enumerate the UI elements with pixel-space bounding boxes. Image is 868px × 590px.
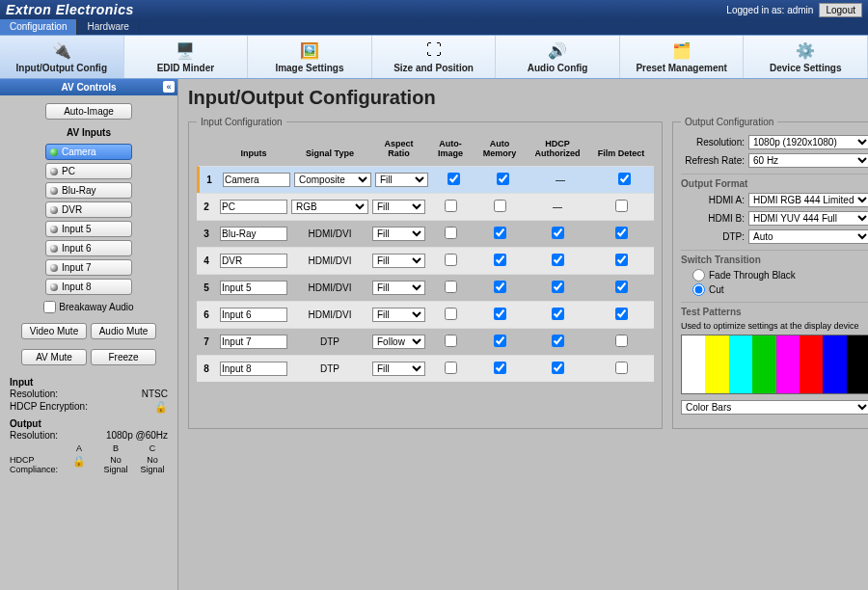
auto-image-check[interactable]	[445, 227, 457, 239]
input-row-8[interactable]: 8DTPFill	[197, 355, 654, 382]
film-detect-check[interactable]	[615, 308, 628, 320]
test-pattern-select[interactable]: Color Bars	[681, 400, 868, 415]
film-detect-check[interactable]	[615, 335, 628, 347]
auto-image-button[interactable]: Auto-Image	[45, 103, 132, 120]
auto-image-check[interactable]	[445, 362, 457, 374]
film-detect-check[interactable]	[615, 362, 628, 374]
brand-logo: Extron Electronics	[6, 2, 134, 17]
hdcp-check[interactable]	[552, 308, 564, 320]
hdcp-check[interactable]	[552, 254, 564, 266]
nav-device[interactable]: ⚙️Device Settings	[744, 36, 868, 78]
refresh-rate-select[interactable]: 60 Hz	[748, 153, 868, 168]
signal-type-text: HDMI/DVI	[291, 309, 368, 320]
cut-radio[interactable]: Cut	[692, 283, 868, 296]
av-input-input7[interactable]: Input 7	[45, 259, 132, 276]
av-input-camera[interactable]: Camera	[45, 144, 132, 160]
input-resolution: NTSC	[142, 389, 168, 399]
hdcp-check[interactable]	[552, 281, 564, 293]
input-name-field[interactable]	[220, 308, 287, 322]
page-title: Input/Output Configuration	[188, 87, 858, 109]
input-name-field[interactable]	[220, 335, 287, 349]
dtp-select[interactable]: Auto	[748, 229, 868, 244]
film-detect-check[interactable]	[615, 254, 628, 266]
aspect-select[interactable]: Fill	[372, 227, 425, 241]
hdmi-b-select[interactable]: HDMI YUV 444 Full	[748, 211, 868, 226]
auto-memory-check[interactable]	[494, 254, 506, 266]
nav-preset[interactable]: 🗂️Preset Management	[620, 36, 745, 78]
av-input-input6[interactable]: Input 6	[45, 240, 132, 256]
av-mute-button[interactable]: AV Mute	[21, 349, 87, 365]
tab-configuration[interactable]: Configuration	[0, 19, 77, 35]
auto-memory-check[interactable]	[494, 308, 506, 320]
breakaway-audio-check[interactable]: Breakaway Audio	[43, 301, 133, 313]
collapse-icon[interactable]: «	[163, 81, 175, 93]
auto-memory-check[interactable]	[494, 335, 506, 347]
aspect-select[interactable]: Fill	[372, 308, 425, 322]
input-row-6[interactable]: 6HDMI/DVIFill	[197, 301, 654, 328]
signal-type-select[interactable]: RGB	[291, 200, 368, 214]
film-detect-check[interactable]	[615, 281, 628, 293]
auto-image-check[interactable]	[445, 335, 457, 347]
av-inputs-label: AV Inputs	[67, 127, 111, 138]
auto-memory-check[interactable]	[494, 200, 506, 212]
auto-image-check[interactable]	[445, 254, 457, 266]
input-name-field[interactable]	[220, 227, 287, 241]
input-row-4[interactable]: 4HDMI/DVIFill	[197, 247, 654, 274]
input-name-field[interactable]	[223, 173, 290, 187]
film-detect-check[interactable]	[618, 173, 631, 185]
av-input-pc[interactable]: PC	[45, 163, 132, 179]
auto-memory-check[interactable]	[494, 281, 506, 293]
nav-image[interactable]: 🖼️Image Settings	[248, 36, 372, 78]
aspect-select[interactable]: Fill	[372, 362, 425, 376]
monitor-icon: 🖥️	[124, 40, 248, 61]
hdcp-check[interactable]	[552, 362, 564, 374]
nav-size[interactable]: ⛶Size and Position	[372, 36, 497, 78]
film-detect-check[interactable]	[615, 200, 628, 212]
signal-type-select[interactable]: Composite	[294, 173, 371, 187]
aspect-select[interactable]: Fill	[372, 200, 425, 214]
auto-image-check[interactable]	[448, 173, 460, 185]
aspect-select[interactable]: Follow	[372, 335, 425, 349]
input-name-field[interactable]	[220, 362, 287, 376]
auto-memory-check[interactable]	[494, 227, 506, 239]
input-row-3[interactable]: 3HDMI/DVIFill	[197, 220, 654, 247]
aspect-select[interactable]: Fill	[372, 254, 425, 268]
av-controls-title: AV Controls	[61, 82, 116, 93]
input-name-field[interactable]	[220, 254, 287, 268]
resolution-select[interactable]: 1080p (1920x1080)	[748, 135, 868, 149]
input-name-field[interactable]	[220, 200, 287, 214]
fade-radio[interactable]: Fade Through Black	[692, 269, 868, 282]
av-input-input8[interactable]: Input 8	[45, 279, 132, 295]
hdcp-c: No Signal	[137, 455, 168, 474]
nav-io-config[interactable]: 🔌Input/Output Config	[0, 36, 124, 78]
nav-edid[interactable]: 🖥️EDID Minder	[124, 36, 249, 78]
auto-image-check[interactable]	[445, 281, 457, 293]
hdcp-check[interactable]	[552, 335, 564, 347]
aspect-select[interactable]: Fill	[375, 173, 428, 187]
status-dot-icon	[50, 264, 58, 272]
signal-type-text: DTP	[291, 363, 368, 374]
unlock-icon: 🔓	[154, 401, 168, 414]
hdmi-a-select[interactable]: HDMI RGB 444 Limited	[748, 193, 868, 207]
auto-memory-check[interactable]	[494, 362, 506, 374]
tab-hardware[interactable]: Hardware	[77, 19, 139, 35]
input-row-7[interactable]: 7DTPFollow	[197, 328, 654, 355]
aspect-select[interactable]: Fill	[372, 281, 425, 295]
av-input-input5[interactable]: Input 5	[45, 221, 132, 237]
input-row-5[interactable]: 5HDMI/DVIFill	[197, 274, 654, 301]
nav-audio[interactable]: 🔊Audio Config	[496, 36, 620, 78]
logout-button[interactable]: Logout	[819, 3, 862, 17]
film-detect-check[interactable]	[615, 227, 628, 239]
input-name-field[interactable]	[220, 281, 287, 295]
av-input-blu-ray[interactable]: Blu-Ray	[45, 182, 132, 199]
auto-image-check[interactable]	[445, 308, 457, 320]
auto-image-check[interactable]	[445, 200, 457, 212]
audio-mute-button[interactable]: Audio Mute	[91, 323, 156, 339]
input-row-1[interactable]: 1CompositeFill—	[197, 166, 654, 193]
auto-memory-check[interactable]	[497, 173, 509, 185]
freeze-button[interactable]: Freeze	[91, 349, 156, 365]
input-row-2[interactable]: 2RGBFill—	[197, 193, 654, 220]
hdcp-check[interactable]	[552, 227, 564, 239]
video-mute-button[interactable]: Video Mute	[21, 323, 87, 339]
av-input-dvr[interactable]: DVR	[45, 201, 132, 218]
